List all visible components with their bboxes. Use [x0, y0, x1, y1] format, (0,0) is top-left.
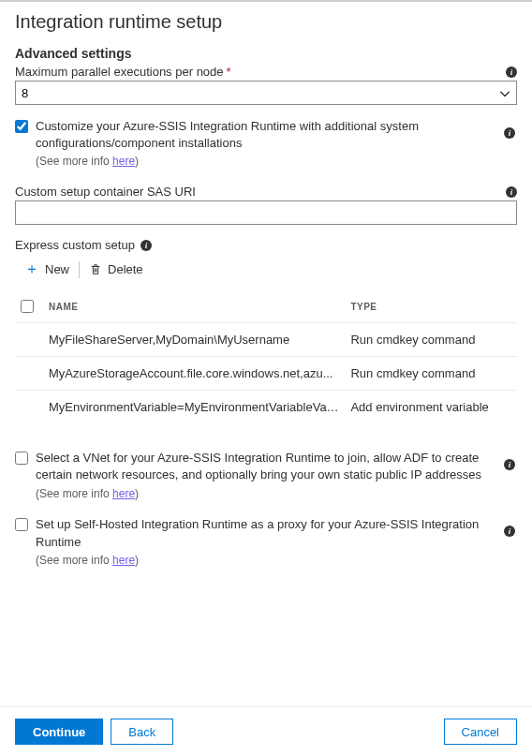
customize-more-info: (See more info here)	[36, 154, 496, 170]
vnet-label: Select a VNet for your Azure-SSIS Integr…	[36, 450, 496, 483]
info-icon[interactable]: i	[504, 127, 515, 139]
table-row[interactable]: MyFileShareServer,MyDomain\MyUsername Ru…	[15, 323, 517, 357]
col-name[interactable]: NAME	[43, 290, 345, 323]
cell-type: Add environment variable	[345, 391, 517, 424]
vnet-more-info: (See more info here)	[36, 486, 496, 502]
info-icon[interactable]: i	[506, 67, 517, 78]
cell-type: Run cmdkey command	[345, 357, 517, 391]
sas-uri-input[interactable]	[15, 200, 517, 225]
cell-type: Run cmdkey command	[345, 323, 517, 357]
info-icon[interactable]: i	[506, 186, 517, 198]
info-icon[interactable]: i	[504, 459, 515, 470]
proxy-checkbox[interactable]	[15, 518, 28, 531]
cell-name: MyAzureStorageAccount.file.core.windows.…	[43, 357, 345, 391]
page-title: Integration runtime setup	[15, 11, 517, 33]
info-icon[interactable]: i	[140, 240, 152, 251]
customize-label: Customize your Azure-SSIS Integration Ru…	[36, 118, 496, 152]
sas-uri-label: Custom setup container SAS URI	[15, 185, 196, 199]
col-type[interactable]: TYPE	[345, 290, 517, 323]
vnet-checkbox[interactable]	[15, 452, 28, 465]
cancel-button[interactable]: Cancel	[444, 719, 517, 745]
customize-checkbox[interactable]	[15, 120, 28, 133]
new-button[interactable]: ＋ New	[15, 256, 79, 283]
table-row[interactable]: MyEnvironmentVariable=MyEnvironmentVaria…	[15, 391, 517, 424]
express-setup-table: NAME TYPE MyFileShareServer,MyDomain\MyU…	[15, 290, 517, 423]
plus-icon: ＋	[24, 259, 39, 279]
section-heading: Advanced settings	[15, 46, 517, 61]
table-row[interactable]: MyAzureStorageAccount.file.core.windows.…	[15, 357, 517, 391]
trash-icon	[89, 263, 102, 276]
max-parallel-select[interactable]: 8	[15, 81, 517, 105]
cell-name: MyFileShareServer,MyDomain\MyUsername	[43, 323, 345, 357]
select-all-checkbox[interactable]	[21, 300, 34, 313]
vnet-more-info-link[interactable]: here	[112, 487, 135, 500]
footer: Continue Back Cancel	[0, 706, 532, 756]
continue-button[interactable]: Continue	[15, 719, 103, 745]
express-setup-label: Express custom setup	[15, 238, 135, 252]
back-button[interactable]: Back	[111, 719, 173, 745]
proxy-more-info-link[interactable]: here	[112, 554, 135, 567]
delete-button[interactable]: Delete	[80, 259, 153, 280]
proxy-label: Set up Self-Hosted Integration Runtime a…	[36, 516, 496, 550]
customize-more-info-link[interactable]: here	[112, 155, 135, 168]
info-icon[interactable]: i	[504, 526, 515, 537]
max-parallel-label: Maximum parallel executions per node*	[15, 65, 231, 79]
cell-name: MyEnvironmentVariable=MyEnvironmentVaria…	[43, 391, 345, 424]
proxy-more-info: (See more info here)	[36, 553, 496, 569]
